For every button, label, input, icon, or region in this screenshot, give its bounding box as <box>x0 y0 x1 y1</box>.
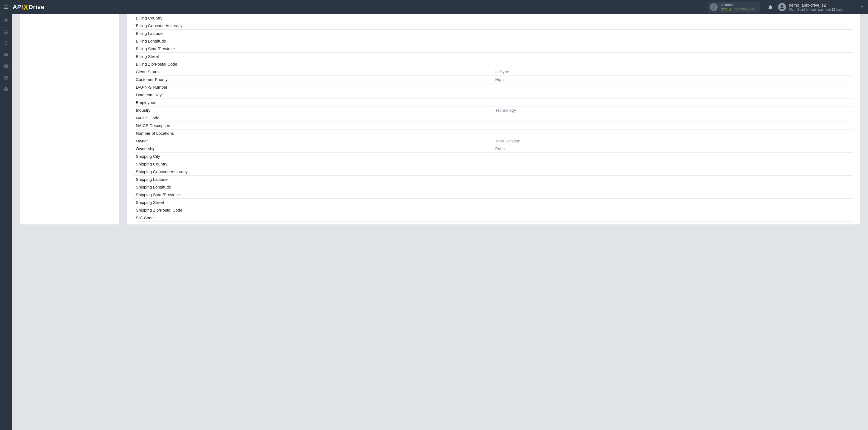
youtube-icon <box>4 64 8 69</box>
field-label: Industry <box>134 106 494 114</box>
field-value <box>494 91 853 99</box>
header-expand-button[interactable] <box>860 4 865 10</box>
notifications-button[interactable] <box>765 4 775 10</box>
field-value <box>494 191 853 199</box>
field-label: Shipping Country <box>134 160 494 168</box>
sidebar <box>0 14 12 430</box>
field-label: Billing Country <box>134 14 494 22</box>
field-value <box>494 14 853 22</box>
field-value: High <box>494 76 853 84</box>
field-label: Employees <box>134 99 494 106</box>
table-row: Billing Geocode Accuracy <box>134 22 853 30</box>
field-label: Billing Street <box>134 53 494 60</box>
field-value <box>494 53 853 60</box>
field-value <box>494 60 853 68</box>
field-value <box>494 199 853 206</box>
field-label: NAICS Description <box>134 122 494 129</box>
field-value <box>494 84 853 91</box>
table-row: SIC Code <box>134 214 853 222</box>
actions-percent: (50%) <box>747 7 756 11</box>
field-value <box>494 114 853 122</box>
table-row: OwnerJohn Jackson <box>134 137 853 145</box>
field-label: Shipping Geocode Accuracy <box>134 168 494 176</box>
table-row: Billing State/Province <box>134 45 853 53</box>
left-panel <box>20 14 119 224</box>
actions-label: Actions: <box>721 3 756 7</box>
table-row: NAICS Description <box>134 122 853 129</box>
user-name: demo_apix-drive_s2 <box>789 3 843 8</box>
avatar <box>778 3 786 11</box>
field-label: Billing State/Province <box>134 45 494 53</box>
briefcase-icon <box>4 52 8 57</box>
field-value <box>494 129 853 137</box>
field-value <box>494 176 853 183</box>
field-label: NAICS Code <box>134 114 494 122</box>
table-row: Shipping Zip/Postal Code <box>134 206 853 214</box>
table-row: Customer PriorityHigh <box>134 76 853 84</box>
table-row: Shipping Geocode Accuracy <box>134 168 853 176</box>
field-value <box>494 160 853 168</box>
field-label: Ownership <box>134 145 494 153</box>
logo-text-suffix: Drive <box>29 4 44 11</box>
actions-usage-text: Actions: 25'151 /50'000(50%) <box>721 3 756 11</box>
table-row: Shipping Street <box>134 199 853 206</box>
logo-text-prefix: API <box>12 4 23 11</box>
sidebar-item-home[interactable] <box>0 14 12 26</box>
logo[interactable]: APIXDrive <box>12 3 44 11</box>
table-row: Billing Zip/Postal Code <box>134 60 853 68</box>
user-text: demo_apix-drive_s2 Plan |Start| left unt… <box>789 3 843 11</box>
field-label: Owner <box>134 137 494 145</box>
field-value <box>494 153 853 160</box>
sitemap-icon <box>4 29 8 34</box>
table-row: IndustryTechnology <box>134 106 853 114</box>
field-value <box>494 22 853 30</box>
actions-used: 25'151 <box>721 7 732 11</box>
main-content: Billing CountryBilling Geocode AccuracyB… <box>12 14 868 430</box>
actions-total: 50'000 <box>735 7 746 11</box>
field-label: Clean Status <box>134 68 494 76</box>
field-value <box>494 206 853 214</box>
field-value: Public <box>494 145 853 153</box>
field-value <box>494 168 853 176</box>
sidebar-item-billing[interactable] <box>0 37 12 49</box>
field-value <box>494 183 853 191</box>
logo-x: X <box>23 3 28 11</box>
table-row: NAICS Code <box>134 114 853 122</box>
field-value: In Sync <box>494 68 853 76</box>
field-label: Data.com Key <box>134 91 494 99</box>
fields-table: Billing CountryBilling Geocode AccuracyB… <box>134 14 853 222</box>
field-label: D-U-N-S Number <box>134 84 494 91</box>
menu-icon <box>3 4 9 10</box>
sidebar-item-video[interactable] <box>0 60 12 72</box>
field-label: Shipping City <box>134 153 494 160</box>
info-icon: i <box>710 3 718 11</box>
field-value <box>494 45 853 53</box>
user-menu-button[interactable]: demo_apix-drive_s2 Plan |Start| left unt… <box>778 3 843 11</box>
table-row: Billing Street <box>134 53 853 60</box>
field-label: Shipping Latitude <box>134 176 494 183</box>
sidebar-item-account[interactable] <box>0 72 12 84</box>
field-label: Billing Longitude <box>134 37 494 45</box>
field-value: Technology <box>494 106 853 114</box>
table-row: OwnershipPublic <box>134 145 853 153</box>
help-icon <box>4 87 8 92</box>
field-label: Billing Geocode Accuracy <box>134 22 494 30</box>
sidebar-item-connections[interactable] <box>0 26 12 37</box>
home-icon <box>4 18 8 23</box>
user-plan-line: Plan |Start| left until payment 29 days <box>789 8 843 11</box>
field-label: Number of Locations <box>134 129 494 137</box>
table-row: Shipping City <box>134 153 853 160</box>
table-row: Shipping Country <box>134 160 853 168</box>
field-label: Shipping Longitude <box>134 183 494 191</box>
bell-icon <box>768 4 773 10</box>
sidebar-item-help[interactable] <box>0 84 12 95</box>
field-value <box>494 122 853 129</box>
table-row: Shipping Latitude <box>134 176 853 183</box>
actions-usage-box[interactable]: i Actions: 25'151 /50'000(50%) <box>708 2 760 12</box>
field-label: Shipping Street <box>134 199 494 206</box>
app-header: APIXDrive i Actions: 25'151 /50'000(50%)… <box>0 0 868 14</box>
sidebar-item-briefcase[interactable] <box>0 49 12 60</box>
menu-toggle-button[interactable] <box>0 0 12 14</box>
table-row: Shipping State/Province <box>134 191 853 199</box>
field-label: Customer Priority <box>134 76 494 84</box>
